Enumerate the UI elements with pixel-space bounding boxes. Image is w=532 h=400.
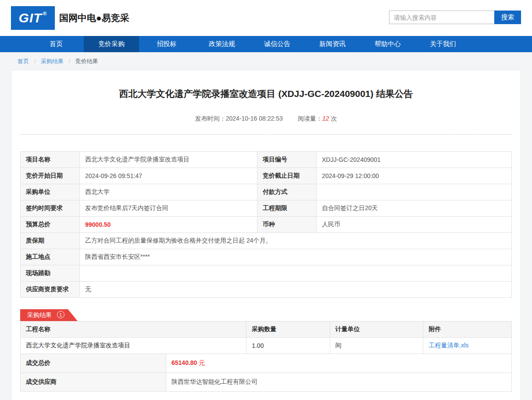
info-value: 2024-09-26 09:51:47 — [80, 168, 257, 184]
nav-item-policy[interactable]: 政策法规 — [194, 36, 250, 52]
nav-item-about[interactable]: 关于我们 — [415, 36, 471, 52]
deal-supplier-value: 陕西世华达智能化工程有限公司 — [166, 373, 512, 392]
info-label: 施工地点 — [21, 249, 80, 265]
breadcrumb-procurement-results[interactable]: 采购结果 — [41, 58, 64, 64]
column-header-project-name: 工程名称 — [21, 321, 246, 338]
views-label: 阅读量： — [298, 115, 322, 122]
deal-supplier-label: 成交供应商 — [21, 373, 166, 392]
table-row: 采购单位 西北大学 付款方式 — [21, 184, 512, 200]
page-title: 西北大学文化遗产学院录播室改造项目 (XDJJ-GC-202409001) 结果… — [20, 88, 512, 100]
breadcrumb: 首页 / 采购结果 / 竞价结果 — [0, 52, 532, 70]
info-label: 竞价截止日期 — [257, 168, 317, 184]
info-label: 竞价开始日期 — [21, 168, 80, 184]
search-bar: 搜索 — [389, 11, 521, 24]
publish-time-value: 2024-10-16 08:22:53 — [226, 115, 283, 122]
info-value: 西北大学 — [80, 184, 257, 200]
search-input[interactable] — [389, 11, 494, 24]
deal-total-label: 成交总价 — [21, 354, 166, 373]
info-label: 项目名称 — [21, 152, 80, 168]
result-unit: 间 — [330, 338, 423, 354]
info-value: 人民币 — [317, 217, 512, 233]
breadcrumb-separator: / — [34, 58, 36, 64]
nav-item-home[interactable]: 首页 — [29, 36, 84, 52]
table-header-row: 工程名称 采购数量 计量单位 附件 — [21, 321, 512, 338]
site-header: GIT® 国网中电●易竞采 搜索 — [0, 0, 532, 36]
result-project-name: 西北大学文化遗产学院录播室改造项目 — [21, 338, 246, 354]
project-info-table: 项目名称 西北大学文化遗产学院录播室改造项目 项目编号 XDJJ-GC-2024… — [20, 151, 512, 298]
info-label: 现场踏勘 — [21, 265, 80, 282]
nav-item-tender[interactable]: 招投标 — [139, 36, 194, 52]
info-value — [317, 184, 512, 200]
table-row: 竞价开始日期 2024-09-26 09:51:47 竞价截止日期 2024-0… — [21, 168, 512, 184]
column-header-unit: 计量单位 — [330, 321, 423, 338]
info-label: 质保期 — [21, 233, 80, 249]
column-header-attachment: 附件 — [423, 321, 512, 338]
badge-label: 采购结果 — [27, 311, 52, 318]
nav-item-news[interactable]: 新闻资讯 — [305, 36, 360, 52]
nav-item-integrity[interactable]: 诚信公告 — [250, 36, 305, 52]
badge-count: 1 — [57, 311, 64, 318]
info-value: XDJJ-GC-202409001 — [317, 152, 512, 168]
info-value: 2024-09-29 12:00:00 — [317, 168, 512, 184]
breadcrumb-separator: / — [69, 58, 71, 64]
info-label: 签约时间要求 — [21, 200, 80, 217]
article-meta: 发布时间：2024-10-16 08:22:53 阅读量：12次 — [20, 115, 512, 123]
table-row: 质保期 乙方对合同工程的质量保修期为验收合格并交付使用之日起 24个月。 — [21, 233, 512, 249]
table-row: 西北大学文化遗产学院录播室改造项目 1.00 间 工程量清单.xls — [21, 338, 512, 354]
views: 阅读量：12次 — [298, 115, 337, 122]
registered-trademark-icon: ® — [43, 11, 47, 17]
table-row: 项目名称 西北大学文化遗产学院录播室改造项目 项目编号 XDJJ-GC-2024… — [21, 152, 512, 168]
table-row: 成交总价 65140.80 元 — [21, 354, 512, 373]
table-row: 成交供应商 陕西世华达智能化工程有限公司 — [21, 373, 512, 392]
info-value: 西北大学文化遗产学院录播室改造项目 — [80, 152, 257, 168]
table-row: 签约时间要求 发布竞价结果后7天内签订合同 工程期限 自合同签订之日20天 — [21, 200, 512, 217]
procurement-result-table: 工程名称 采购数量 计量单位 附件 西北大学文化遗产学院录播室改造项目 1.00… — [20, 321, 512, 354]
breadcrumb-current: 竞价结果 — [75, 58, 98, 64]
deal-total-price: 65140.80 — [171, 359, 197, 366]
result-quantity: 1.00 — [246, 338, 330, 354]
info-label: 采购单位 — [21, 184, 80, 200]
info-value: 自合同签订之日20天 — [317, 200, 512, 217]
site-logo[interactable]: GIT® — [11, 6, 55, 30]
content-card: 西北大学文化遗产学院录播室改造项目 (XDJJ-GC-202409001) 结果… — [11, 70, 521, 400]
info-value — [80, 265, 512, 282]
info-value: 无 — [80, 282, 512, 298]
info-label: 供应商资质要求 — [21, 282, 80, 298]
info-label: 工程期限 — [257, 200, 317, 217]
info-value: 发布竞价结果后7天内签订合同 — [80, 200, 257, 217]
attachment-link[interactable]: 工程量清单.xls — [428, 342, 468, 349]
publish-time-label: 发布时间： — [195, 115, 226, 122]
info-value: 陕西省西安市长安区**** — [80, 249, 512, 265]
table-row: 现场踏勘 — [21, 265, 512, 282]
info-value: 乙方对合同工程的质量保修期为验收合格并交付使用之日起 24个月。 — [80, 233, 512, 249]
deal-summary-table: 成交总价 65140.80 元 成交供应商 陕西世华达智能化工程有限公司 — [20, 354, 512, 392]
dashed-divider — [20, 134, 512, 135]
deal-total-unit: 元 — [199, 359, 205, 366]
column-header-quantity: 采购数量 — [246, 321, 330, 338]
procurement-result-badge: 采购结果 1 — [20, 309, 78, 321]
search-button[interactable]: 搜索 — [494, 11, 521, 24]
brand-title: 国网中电●易竞采 — [59, 12, 129, 24]
table-row: 施工地点 陕西省西安市长安区**** — [21, 249, 512, 265]
info-label: 币种 — [257, 217, 317, 233]
table-row: 供应商资质要求 无 — [21, 282, 512, 298]
nav-item-bidding-procurement[interactable]: 竞价采购 — [84, 36, 139, 52]
info-label: 付款方式 — [257, 184, 317, 200]
info-label: 预算总价 — [21, 217, 80, 233]
views-count: 12 — [322, 115, 329, 122]
budget-total-price: 99000.50 — [85, 221, 111, 228]
main-nav: 首页 竞价采购 招投标 政策法规 诚信公告 新闻资讯 帮助中心 关于我们 — [0, 36, 532, 52]
table-row: 预算总价 99000.50 币种 人民币 — [21, 217, 512, 233]
logo-text: GIT — [19, 11, 42, 25]
info-label: 项目编号 — [257, 152, 317, 168]
views-unit: 次 — [331, 115, 337, 122]
nav-item-help[interactable]: 帮助中心 — [360, 36, 415, 52]
breadcrumb-home[interactable]: 首页 — [18, 58, 29, 64]
publish-time: 发布时间：2024-10-16 08:22:53 — [195, 115, 283, 122]
